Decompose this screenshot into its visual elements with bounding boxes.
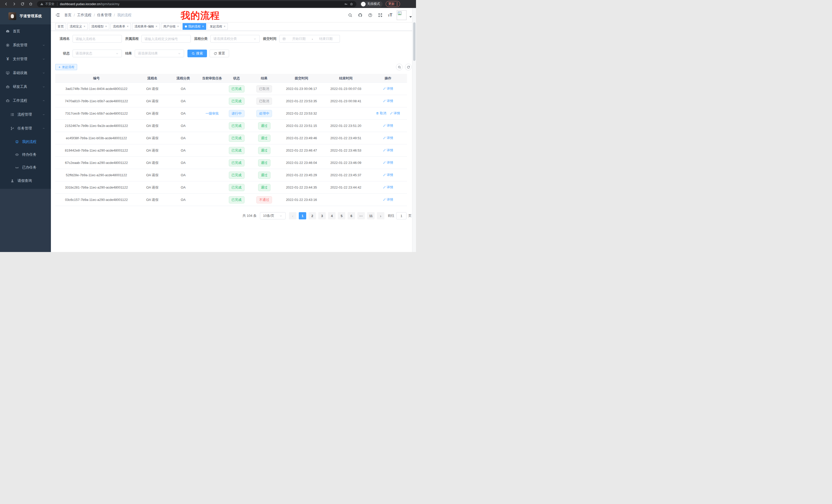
page-button-3[interactable]: 3 [318, 212, 326, 219]
close-icon[interactable]: × [83, 25, 85, 28]
close-icon[interactable]: × [202, 25, 204, 28]
cancel-link[interactable]: 取消 [376, 111, 386, 116]
tab-process-definition[interactable]: 流程定义× [67, 23, 88, 30]
process-category: OA [167, 87, 199, 91]
sidebar-item-dev-tools[interactable]: 研发工具 [0, 80, 51, 94]
breadcrumb-task-mgmt[interactable]: 任务管理 [97, 13, 111, 18]
current-task-link[interactable]: 一级审批 [205, 111, 219, 115]
password-key-icon[interactable] [344, 2, 348, 6]
show-search-toggle-button[interactable] [396, 64, 402, 71]
submit-time: 2022-01-23 00:06:17 [280, 87, 323, 91]
next-page-button[interactable]: › [377, 212, 384, 219]
detail-link[interactable]: 详情 [383, 148, 393, 152]
sidebar-item-process-mgmt[interactable]: 流程管理 [0, 108, 51, 121]
detail-link[interactable]: 详情 [390, 111, 400, 116]
browser-update-button[interactable]: 更新 [386, 1, 400, 7]
page-button-11[interactable]: 11 [367, 212, 374, 219]
browser-reload-button[interactable] [19, 1, 26, 7]
table-row: 67c2eaab-7b9a-11ec-a290-acde48001122 OA … [55, 157, 407, 169]
tab-process-model[interactable]: 流程模型× [89, 23, 109, 30]
status-badge: 已完成 [229, 172, 244, 179]
sidebar-item-payment[interactable]: ¥ 支付管理 [0, 52, 51, 66]
page-button-5[interactable]: 5 [338, 212, 345, 219]
edit-icon [383, 161, 386, 164]
tab-home[interactable]: 首页 [55, 23, 66, 30]
tab-process-form[interactable]: 流程表单× [110, 23, 131, 30]
avatar-caret-icon[interactable] [409, 16, 412, 18]
help-icon[interactable] [368, 13, 372, 18]
reset-button[interactable]: 重置 [210, 50, 229, 57]
page-button-1[interactable]: 1 [299, 212, 306, 219]
detail-link[interactable]: 详情 [383, 173, 393, 177]
detail-link[interactable]: 详情 [383, 123, 393, 128]
sidebar-item-leave-query[interactable]: 请假查询 [0, 174, 51, 188]
search-button[interactable]: 搜索 [187, 50, 207, 57]
refresh-table-button[interactable] [405, 64, 412, 71]
tab-start-process[interactable]: 发起流程× [207, 23, 228, 30]
tag-views-bar: 首页 流程定义× 流程模型× 流程表单× 流程表单-编辑× 用户分组× 我的流程… [51, 22, 416, 31]
prev-page-button[interactable]: ‹ [289, 212, 296, 219]
sidebar-item-system[interactable]: 系统管理 [0, 38, 51, 52]
app-logo-row[interactable]: 芋道管理系统 [0, 8, 51, 24]
active-dot [185, 25, 187, 27]
sidebar-item-my-process[interactable]: 我的流程 [0, 135, 51, 148]
browser-home-button[interactable] [27, 1, 34, 7]
sidebar-item-home[interactable]: 首页 [0, 24, 51, 38]
top-navbar: 首页 / 工作流程 / 任务管理 / 我的流程 TT [51, 8, 416, 22]
tab-process-form-edit[interactable]: 流程表单-编辑× [132, 23, 160, 30]
page-size-select[interactable]: 10条/页 [260, 212, 286, 219]
close-icon[interactable]: × [177, 25, 179, 28]
detail-link[interactable]: 详情 [383, 87, 393, 91]
bookmark-star-icon[interactable] [350, 2, 353, 6]
goto-page-input[interactable] [396, 212, 407, 219]
detail-link[interactable]: 详情 [383, 185, 393, 190]
close-icon[interactable]: × [156, 25, 157, 28]
page-button-4[interactable]: 4 [328, 212, 336, 219]
font-size-icon[interactable]: TT [388, 13, 392, 17]
browser-forward-button[interactable] [11, 1, 18, 7]
scrollbar-thumb[interactable] [413, 22, 415, 61]
submit-time-range-picker[interactable]: 开始日期 - 结束日期 [279, 35, 340, 43]
calendar-icon [282, 37, 286, 40]
page-button-6[interactable]: 6 [347, 212, 355, 219]
sidebar-item-done-tasks[interactable]: 已办任务 [0, 161, 51, 174]
detail-link[interactable]: 详情 [383, 136, 393, 140]
close-icon[interactable]: × [224, 25, 226, 28]
result-select[interactable]: 请选择流结果 [135, 50, 184, 57]
tab-user-group[interactable]: 用户分组× [161, 23, 181, 30]
process-category-select[interactable]: 请选择流程分类 [210, 35, 260, 43]
process-definition-input[interactable] [141, 35, 191, 43]
close-icon[interactable]: × [105, 25, 107, 28]
close-icon[interactable]: × [127, 25, 129, 28]
submit-time: 2022-01-22 23:46:47 [280, 148, 323, 152]
sidebar-fold-icon[interactable] [55, 12, 60, 18]
search-icon[interactable] [348, 13, 353, 18]
page-button-2[interactable]: 2 [309, 212, 316, 219]
more-pages-button[interactable]: ··· [357, 212, 365, 219]
detail-link[interactable]: 详情 [383, 99, 393, 103]
goto-label: 前往 [388, 214, 394, 218]
browser-back-button[interactable] [3, 1, 9, 7]
detail-link[interactable]: 详情 [383, 161, 393, 165]
sidebar-item-workflow[interactable]: 工作流程 [0, 94, 51, 108]
page-scrollbar[interactable] [412, 8, 416, 252]
sidebar-item-task-mgmt[interactable]: 任务管理 [0, 121, 51, 135]
process-name-input[interactable] [73, 35, 122, 43]
submit-time: 2022-01-22 23:46:04 [280, 161, 323, 165]
start-process-button[interactable]: 发起流程 [55, 64, 77, 70]
process-name: OA 请假 [137, 198, 167, 202]
github-icon[interactable] [358, 13, 363, 18]
browser-menu-icon[interactable] [397, 2, 397, 6]
detail-link[interactable]: 详情 [383, 198, 393, 202]
breadcrumb-home[interactable]: 首页 [64, 13, 72, 18]
breadcrumb-workflow[interactable]: 工作流程 [77, 13, 92, 18]
plus-icon [58, 66, 61, 68]
sidebar-item-infrastructure[interactable]: 基础设施 [0, 66, 51, 80]
tab-my-process[interactable]: 我的流程× [183, 23, 206, 30]
address-bar[interactable]: 不安全 dashboard.yudao.iocoder.cn/bpm/task/… [37, 1, 356, 7]
avatar[interactable] [397, 10, 407, 20]
sidebar-item-todo-tasks[interactable]: 待办任务 [0, 148, 51, 161]
fullscreen-icon[interactable] [378, 13, 383, 18]
process-name: OA 请假 [137, 111, 167, 116]
status-select[interactable]: 请选择状态 [73, 50, 122, 57]
